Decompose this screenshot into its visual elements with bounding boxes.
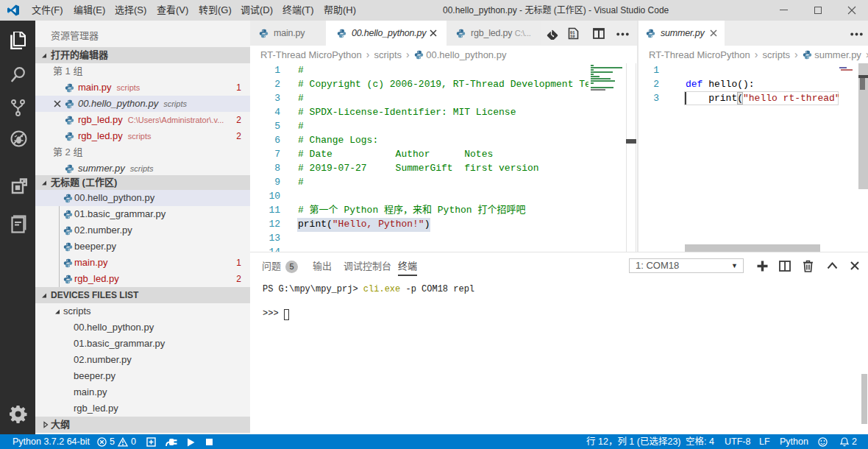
svg-text:10: 10 [570, 34, 575, 39]
